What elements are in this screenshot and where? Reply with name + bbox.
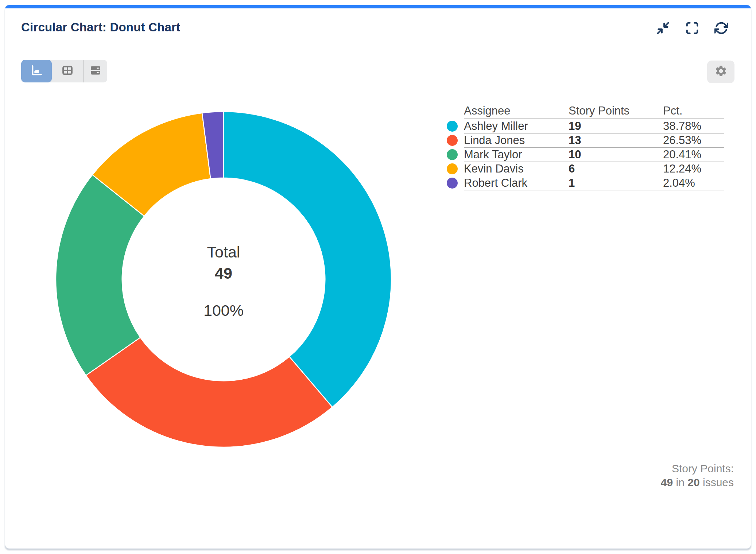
legend-points: 13 [569, 133, 663, 148]
legend-dot [447, 163, 458, 174]
legend-dot-cell [446, 119, 464, 133]
page-title: Circular Chart: Donut Chart [21, 20, 180, 34]
view-toggle-group [21, 60, 107, 82]
legend-dot-cell [446, 162, 464, 176]
legend-dot [447, 149, 458, 160]
donut-center-labels: Total 49 100% [132, 241, 315, 321]
gadget-card: Circular Chart: Donut Chart [5, 5, 751, 549]
gear-icon [714, 65, 728, 79]
footer-line2: 49 in 20 issues [661, 476, 734, 489]
legend-dot [447, 121, 458, 132]
legend-header-spacer [446, 103, 464, 118]
legend-dot [447, 135, 458, 146]
list-view-button[interactable] [84, 60, 107, 82]
legend-name: Mark Taylor [464, 148, 569, 162]
footer-in-text: in [673, 476, 687, 488]
footer-issues-text: issues [700, 476, 734, 488]
accent-bar [5, 5, 751, 8]
legend-dot-cell [446, 148, 464, 162]
footer-points-value: 49 [661, 476, 673, 488]
total-label: Total [132, 241, 315, 263]
table-icon [61, 64, 74, 78]
legend-header-assignee: Assignee [464, 103, 569, 119]
fullscreen-icon[interactable] [685, 21, 699, 35]
legend-points: 19 [569, 119, 663, 133]
legend-name: Kevin Davis [464, 162, 569, 176]
area-chart-icon [30, 64, 43, 78]
table-view-button[interactable] [52, 60, 83, 82]
total-value: 49 [132, 263, 315, 284]
legend-name: Linda Jones [464, 133, 569, 148]
legend-points: 6 [569, 162, 663, 176]
legend-dot [447, 178, 458, 189]
footer-summary: Story Points: 49 in 20 issues [661, 462, 734, 489]
footer-issue-count: 20 [687, 476, 699, 488]
settings-button[interactable] [707, 61, 734, 83]
legend-dot-cell [446, 133, 464, 147]
legend-pct: 26.53% [663, 133, 724, 148]
legend-pct: 38.78% [663, 119, 724, 133]
legend-pct: 20.41% [663, 148, 724, 162]
chart-view-button[interactable] [21, 60, 52, 82]
legend-table: Assignee Story Points Pct. Ashley Miller… [446, 103, 724, 190]
legend-header-points: Story Points [569, 103, 663, 119]
footer-line1: Story Points: [661, 462, 734, 476]
legend-dot-cell [446, 176, 464, 190]
legend-points: 1 [569, 176, 663, 190]
legend-name: Ashley Miller [464, 119, 569, 133]
legend-pct: 2.04% [663, 176, 724, 190]
collapse-icon[interactable] [656, 21, 670, 35]
window-controls [656, 21, 728, 35]
refresh-icon[interactable] [714, 21, 728, 35]
legend-header-pct: Pct. [663, 103, 724, 119]
legend-name: Robert Clark [464, 176, 569, 190]
legend-pct: 12.24% [663, 162, 724, 176]
rows-icon [89, 64, 102, 78]
legend-points: 10 [569, 148, 663, 162]
total-percent: 100% [132, 300, 315, 321]
